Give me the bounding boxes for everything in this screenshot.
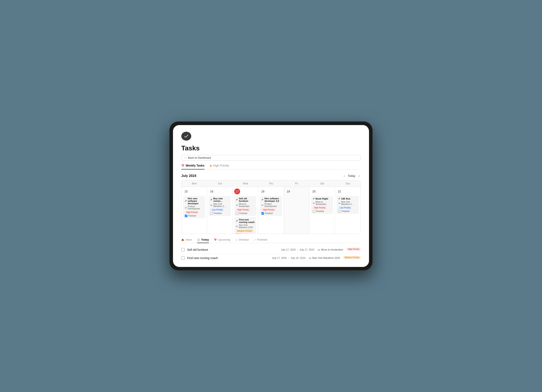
tab-upcoming-label: Upcoming — [218, 238, 230, 241]
app-content: Tasks Back to Dashboard Weekly Tasks Hig… — [173, 125, 369, 267]
task-list-sell-furniture-meta: July 17, 2024 → July 17, 2024 🗂 Move to … — [281, 248, 361, 252]
task-card-10k-run-project: 🗂 New York Marathon 2... — [338, 201, 357, 205]
tab-weekly-tasks[interactable]: Weekly Tasks — [181, 164, 205, 169]
find-coach-finished-checkbox[interactable] — [236, 233, 238, 234]
book-flight-finished-checkbox[interactable] — [313, 210, 315, 213]
tab-today[interactable]: Today — [197, 238, 209, 243]
calendar-prev-button[interactable]: ‹ — [342, 174, 346, 178]
device-screen: Tasks Back to Dashboard Weekly Tasks Hig… — [173, 125, 369, 267]
task-list-sell-furniture-project-name: Move to Amsterdam — [321, 248, 343, 251]
task-card-find-coach[interactable]: ✔ Find new running coach 🗂 New York Mara… — [234, 217, 256, 234]
task-list-find-coach-checkbox[interactable] — [181, 256, 185, 260]
calendar-grid: Mon Tue Wed Thu Fri Sat Sun 15 ✔ — [181, 180, 361, 234]
sell-furniture-finished-label: Finished — [239, 212, 247, 214]
check-logo-icon — [184, 133, 189, 139]
tab-overdue-label: Overdue — [238, 238, 249, 241]
task-card-buy-running[interactable]: ✔ Buy new runnin... 🗂 New York Marathon … — [209, 196, 231, 216]
task-list-sell-furniture-priority: High Priority — [347, 248, 361, 251]
task-card-10k-run-finished: Finished — [338, 210, 357, 213]
task-check-icon-4: ✔ — [236, 219, 238, 222]
cal-cell-wed-17: 17 ✔ Sell old furniture 🗂 Move to Amster… — [233, 187, 258, 234]
task-card-10k-run-title: ✔ 10K Run — [338, 197, 357, 200]
hire-dev-20-finished-label: Finished — [265, 212, 273, 214]
task-card-hire-dev-title: ✔ Hire new software developer — [185, 197, 204, 205]
buy-running-finished-label: Finished — [214, 212, 222, 214]
sell-furniture-finished-checkbox[interactable] — [236, 212, 238, 215]
task-card-sell-furniture[interactable]: ✔ Sell old furniture 🗂 Move to Amsterdam… — [234, 196, 256, 216]
back-to-dashboard-button[interactable]: Back to Dashboard — [181, 155, 361, 160]
hire-dev-finished-label: Finished — [188, 215, 196, 217]
task-check-icon-6: ✔ — [313, 197, 315, 200]
today-icon — [197, 238, 200, 241]
back-icon — [184, 156, 187, 159]
task-card-book-flight[interactable]: ✔ Book Flight 🗂 Move to Amsterdam High P… — [311, 196, 333, 214]
folder-icon-meta-2: 🗂 — [309, 257, 311, 260]
day-name-mon: Mon — [181, 180, 207, 187]
task-card-sell-furniture-finished: Finished — [236, 212, 255, 215]
app-logo — [181, 132, 191, 141]
task-card-10k-run-priority: Low Priority — [338, 206, 352, 209]
task-card-hire-dev-20-priority: High Priority — [261, 208, 276, 211]
cal-date-16: 16 — [209, 189, 215, 194]
cal-cell-mon-15: 15 ✔ Hire new software developer 🗂 Produ… — [181, 187, 207, 234]
task-card-hire-dev-20-finished: Finished — [261, 212, 280, 215]
overdue-icon — [235, 238, 237, 241]
tab-high-priority[interactable]: High Priority — [210, 164, 229, 169]
calendar-navigation: ‹ Today › — [342, 174, 361, 178]
cal-date-19: 19 — [286, 189, 291, 194]
task-list-sell-furniture-name: Sell old furniture — [187, 248, 278, 251]
high-priority-icon — [210, 164, 212, 167]
cal-cell-tue-16: 16 ✔ Buy new runnin... 🗂 New York Marath… — [207, 187, 233, 234]
task-check-icon: ✔ — [185, 200, 187, 202]
calendar-next-button[interactable]: › — [357, 174, 361, 178]
10k-run-finished-checkbox[interactable] — [338, 210, 341, 213]
task-card-hire-dev-20-project: 🗂 Product Development — [261, 203, 280, 207]
tab-overdue[interactable]: Overdue — [235, 238, 249, 243]
task-card-hire-dev-20[interactable]: ✔ Hire software developer 2.0 🗂 Product … — [260, 196, 282, 216]
tab-inbox[interactable]: Inbox — [181, 238, 192, 243]
task-card-book-flight-title: ✔ Book Flight — [313, 197, 331, 200]
folder-icon-5: 🗂 — [261, 204, 264, 206]
top-tab-bar: Weekly Tasks High Priority — [181, 164, 361, 170]
task-card-find-coach-priority: Medium Priority — [236, 229, 253, 233]
task-list-find-coach-project: 🗂 New York Marathon 2025 — [309, 257, 340, 260]
hire-dev-finished-checkbox[interactable] — [185, 215, 187, 217]
task-check-icon-2: ✔ — [210, 198, 212, 201]
task-card-book-flight-finished: Finished — [313, 210, 331, 213]
task-list-find-coach-name: Find new running coach — [187, 256, 269, 260]
day-name-thu: Thu — [258, 180, 284, 187]
calendar-month: July 2024 — [181, 174, 196, 178]
task-card-book-flight-project: 🗂 Move to Amsterdam — [313, 201, 331, 205]
calendar-cells: 15 ✔ Hire new software developer 🗂 Produ… — [181, 187, 361, 234]
task-list-find-coach-project-name: New York Marathon 2025 — [312, 257, 340, 260]
book-flight-finished-label: Finished — [316, 210, 324, 212]
inbox-icon — [181, 238, 184, 241]
page-title: Tasks — [181, 144, 361, 152]
calendar-days-header: Mon Tue Wed Thu Fri Sat Sun — [181, 180, 361, 187]
task-list-row-sell-furniture: Sell old furniture July 17, 2024 → July … — [181, 246, 361, 254]
calendar-today-button[interactable]: Today — [348, 174, 355, 178]
day-name-sun: Sun — [335, 180, 361, 187]
task-card-hire-dev[interactable]: ✔ Hire new software developer 🗂 Product … — [183, 196, 205, 218]
task-list-sell-furniture-dates: July 17, 2024 → July 17, 2024 — [281, 248, 314, 251]
task-card-hire-dev-20-title: ✔ Hire software developer 2.0 — [261, 197, 280, 202]
task-card-hire-dev-finished: Finished — [185, 215, 204, 217]
task-card-buy-running-project: 🗂 New York Marathon 2... — [210, 203, 229, 207]
task-card-sell-furniture-project: 🗂 Move to Amsterdam — [236, 203, 255, 207]
buy-running-finished-checkbox[interactable] — [210, 212, 213, 215]
cal-cell-fri-19: 19 — [284, 187, 309, 234]
weekly-tasks-icon — [181, 164, 184, 167]
task-card-book-flight-priority: High Priority — [313, 206, 327, 209]
hire-dev-20-finished-checkbox[interactable] — [261, 212, 264, 215]
folder-icon-6: 🗂 — [313, 202, 315, 204]
task-list-sell-furniture-checkbox[interactable] — [181, 248, 185, 251]
tab-upcoming[interactable]: Upcoming — [214, 238, 230, 243]
task-check-icon-5: ✔ — [261, 198, 264, 201]
tab-high-priority-label: High Priority — [213, 164, 229, 167]
task-list: Sell old furniture July 17, 2024 → July … — [181, 246, 361, 262]
task-card-buy-running-finished: Finished — [210, 212, 229, 215]
tab-weekly-tasks-label: Weekly Tasks — [186, 164, 205, 167]
task-card-10k-run[interactable]: ✔ 10K Run 🗂 New York Marathon 2... Low P… — [337, 196, 359, 214]
tab-finished[interactable]: Finished — [254, 238, 267, 243]
find-coach-finished-label: Finished — [239, 233, 247, 234]
